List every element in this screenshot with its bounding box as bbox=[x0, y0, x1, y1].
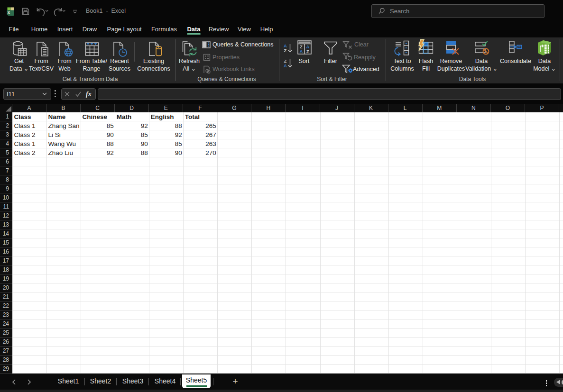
svg-text:Z: Z bbox=[306, 49, 309, 54]
svg-text:A: A bbox=[284, 63, 287, 68]
svg-text:x: x bbox=[8, 10, 10, 15]
svg-text:Z: Z bbox=[284, 48, 287, 53]
svg-text:A: A bbox=[300, 49, 303, 54]
